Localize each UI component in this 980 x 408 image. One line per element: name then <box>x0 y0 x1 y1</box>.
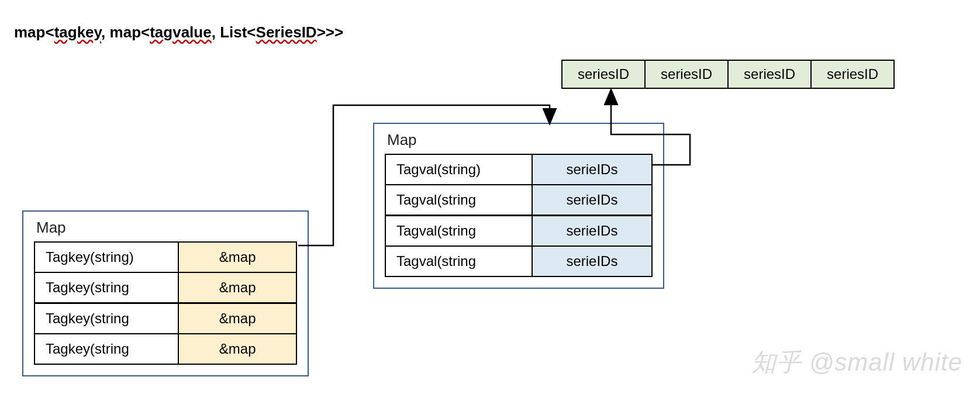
watermark: 知乎 @small white <box>751 346 962 379</box>
serieids-cell: serieIDs <box>532 216 652 247</box>
table-row: Tagval(string) serieIDs <box>385 154 652 185</box>
tagval-cell: Tagval(string <box>385 246 532 276</box>
title-part: map< <box>14 23 54 41</box>
table-row: Tagval(string serieIDs <box>385 216 652 247</box>
seriesid-cell: seriesID <box>646 60 729 89</box>
serieids-cell: serieIDs <box>532 185 652 216</box>
inner-map-box: Map Tagval(string) serieIDs Tagval(strin… <box>373 123 664 289</box>
map-pointer-cell: &map <box>178 303 296 334</box>
table-row: Tagkey(string &map <box>34 272 296 303</box>
title-part: >>> <box>317 23 344 41</box>
map-pointer-cell: &map <box>178 242 296 272</box>
table-row: Tagkey(string) &map <box>34 242 296 272</box>
inner-map-table: Tagval(string) serieIDs Tagval(string se… <box>385 154 653 277</box>
tagkey-cell: Tagkey(string) <box>34 242 178 272</box>
table-row: Tagval(string serieIDs <box>385 246 652 276</box>
serieids-cell: serieIDs <box>532 246 652 276</box>
title-part: , List< <box>212 23 256 41</box>
inner-map-label: Map <box>385 131 653 149</box>
map-pointer-cell: &map <box>178 334 296 364</box>
table-row: Tagval(string serieIDs <box>385 185 652 216</box>
tagval-cell: Tagval(string <box>385 185 532 216</box>
outer-map-box: Map Tagkey(string) &map Tagkey(string &m… <box>22 210 309 376</box>
title-underline-tagkey: tagkey <box>54 23 101 41</box>
seriesid-cell: seriesID <box>729 60 812 89</box>
tagkey-cell: Tagkey(string <box>34 303 178 334</box>
seriesid-list: seriesID seriesID seriesID seriesID <box>561 60 895 89</box>
outer-map-table: Tagkey(string) &map Tagkey(string &map T… <box>34 241 297 365</box>
type-signature: map<tagkey, map<tagvalue, List<SeriesID>… <box>14 23 343 42</box>
tagkey-cell: Tagkey(string <box>34 334 178 364</box>
serieids-cell: serieIDs <box>532 154 652 185</box>
table-row: Tagkey(string &map <box>34 303 296 334</box>
table-row: Tagkey(string &map <box>34 334 296 364</box>
map-pointer-cell: &map <box>178 272 296 303</box>
title-underline-tagvalue: tagvalue <box>150 23 212 41</box>
outer-map-label: Map <box>34 219 297 237</box>
tagkey-cell: Tagkey(string <box>34 272 178 303</box>
seriesid-cell: seriesID <box>812 60 895 89</box>
seriesid-cell: seriesID <box>561 60 646 89</box>
title-part: , map< <box>101 23 150 41</box>
title-underline-seriesid: SeriesID <box>256 23 317 41</box>
tagval-cell: Tagval(string) <box>385 154 532 185</box>
tagval-cell: Tagval(string <box>385 216 532 247</box>
